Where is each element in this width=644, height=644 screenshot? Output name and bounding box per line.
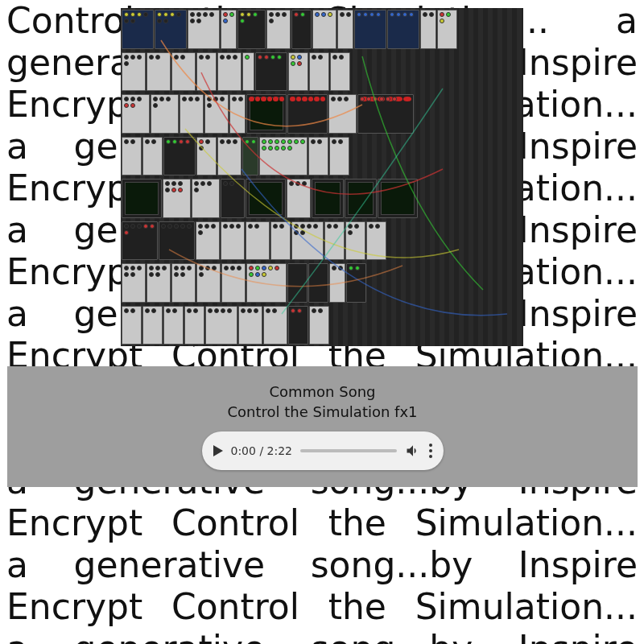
rack-module <box>237 10 266 49</box>
rack-module <box>270 221 291 261</box>
rack-module <box>205 306 237 345</box>
rack-module <box>308 137 328 176</box>
rack-module <box>242 137 258 176</box>
rack-module <box>204 94 229 134</box>
seek-bar[interactable] <box>300 449 396 452</box>
rack-module <box>437 10 457 49</box>
rack-module <box>221 263 246 303</box>
rack-module <box>242 52 254 92</box>
rack-module <box>217 137 242 176</box>
rack-module <box>287 94 328 134</box>
rack-module <box>122 10 154 49</box>
rack-module <box>184 306 204 345</box>
rack-module <box>196 221 220 261</box>
rack-module <box>309 52 329 92</box>
rack-module <box>324 221 345 261</box>
song-subtitle: Control the Simulation fx1 <box>227 403 417 420</box>
modular-rack-image <box>121 8 523 346</box>
rack-module <box>345 221 365 261</box>
rack-module <box>288 306 308 345</box>
rack-module <box>163 179 191 218</box>
rack-module <box>196 263 221 303</box>
rack-module <box>329 263 345 303</box>
rack-module <box>163 137 196 176</box>
more-menu-icon[interactable] <box>429 444 432 458</box>
play-icon[interactable] <box>213 445 223 456</box>
rack-module <box>159 221 195 261</box>
rack-module <box>291 10 312 49</box>
rack-module <box>312 179 344 218</box>
rack-module <box>246 221 270 261</box>
volume-icon[interactable] <box>405 443 421 459</box>
rack-module <box>171 52 196 92</box>
rack-module <box>357 94 414 134</box>
rack-module <box>229 94 246 134</box>
rack-module <box>180 94 204 134</box>
rack-module <box>287 263 308 303</box>
rack-module <box>263 306 287 345</box>
rack-module <box>255 52 287 92</box>
rack-module <box>122 137 142 176</box>
rack-module <box>147 263 171 303</box>
rack-module <box>122 52 146 92</box>
rack-module <box>330 52 350 92</box>
rack-module <box>312 10 336 49</box>
rack-module <box>188 10 220 49</box>
rack-module <box>163 306 184 345</box>
rack-module <box>328 94 357 134</box>
rack-module <box>246 263 287 303</box>
audio-player: 0:00 / 2:22 <box>202 431 444 470</box>
rack-module <box>246 179 286 218</box>
rack-module <box>309 306 329 345</box>
rack-module <box>171 263 196 303</box>
song-title: Common Song <box>269 383 375 400</box>
rack-module <box>288 52 308 92</box>
rack-module <box>354 10 386 49</box>
rack-module <box>151 94 179 134</box>
rack-module <box>366 221 386 261</box>
rack-module <box>221 179 245 218</box>
rack-module <box>420 10 436 49</box>
playback-time: 0:00 / 2:22 <box>231 444 293 457</box>
rack-module <box>196 52 217 92</box>
rack-module <box>291 221 324 261</box>
rack-module <box>142 137 163 176</box>
rack-module <box>155 10 187 49</box>
rack-module <box>122 306 142 345</box>
rack-module <box>266 10 291 49</box>
rack-module <box>329 137 349 176</box>
rack-module <box>337 10 353 49</box>
rack-module <box>287 179 311 218</box>
rack-module <box>217 52 242 92</box>
audio-player-overlay: Common Song Control the Simulation fx1 0… <box>7 366 638 487</box>
rack-module <box>122 94 150 134</box>
rack-module <box>196 137 217 176</box>
rack-module <box>345 179 377 218</box>
rack-module <box>387 10 419 49</box>
rack-module <box>238 306 262 345</box>
rack-module <box>346 263 366 303</box>
rack-module <box>142 306 163 345</box>
rack-module <box>308 263 328 303</box>
rack-module <box>246 94 287 134</box>
rack-module <box>147 52 171 92</box>
rack-module <box>122 179 162 218</box>
rack-module <box>122 263 146 303</box>
rack-module <box>122 221 158 261</box>
rack-module <box>221 221 245 261</box>
rack-module <box>221 10 237 49</box>
rack-module <box>259 137 308 176</box>
rack-module <box>378 179 418 218</box>
rack-module <box>192 179 220 218</box>
